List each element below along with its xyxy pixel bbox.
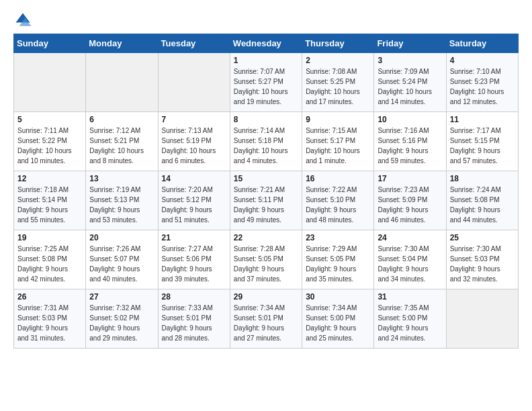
day-detail: Sunrise: 7:34 AM Sunset: 5:00 PM Dayligh…	[306, 303, 370, 343]
day-number: 28	[162, 292, 226, 302]
calendar-cell: 14Sunrise: 7:20 AM Sunset: 5:12 PM Dayli…	[158, 171, 230, 230]
day-detail: Sunrise: 7:12 AM Sunset: 5:21 PM Dayligh…	[89, 126, 154, 166]
logo	[13, 11, 35, 30]
day-number: 2	[306, 56, 370, 65]
day-number: 6	[89, 115, 154, 124]
calendar-cell	[158, 53, 230, 112]
weekday-header-thursday: Thursday	[302, 34, 374, 53]
calendar-cell: 8Sunrise: 7:14 AM Sunset: 5:18 PM Daylig…	[230, 112, 302, 171]
calendar-cell: 11Sunrise: 7:17 AM Sunset: 5:15 PM Dayli…	[446, 112, 518, 171]
day-detail: Sunrise: 7:16 AM Sunset: 5:16 PM Dayligh…	[378, 126, 442, 166]
calendar-cell: 9Sunrise: 7:15 AM Sunset: 5:17 PM Daylig…	[302, 112, 374, 171]
calendar-cell: 22Sunrise: 7:28 AM Sunset: 5:05 PM Dayli…	[230, 230, 302, 289]
day-detail: Sunrise: 7:14 AM Sunset: 5:18 PM Dayligh…	[234, 126, 298, 166]
calendar-cell: 21Sunrise: 7:27 AM Sunset: 5:06 PM Dayli…	[158, 230, 230, 289]
day-detail: Sunrise: 7:20 AM Sunset: 5:12 PM Dayligh…	[162, 185, 226, 225]
weekday-header-tuesday: Tuesday	[158, 34, 230, 53]
weekday-header-saturday: Saturday	[446, 34, 518, 53]
day-number: 30	[306, 292, 370, 302]
day-detail: Sunrise: 7:33 AM Sunset: 5:01 PM Dayligh…	[162, 303, 226, 343]
day-detail: Sunrise: 7:30 AM Sunset: 5:04 PM Dayligh…	[378, 244, 442, 284]
calendar-cell: 30Sunrise: 7:34 AM Sunset: 5:00 PM Dayli…	[302, 289, 374, 349]
calendar-cell: 1Sunrise: 7:07 AM Sunset: 5:27 PM Daylig…	[230, 53, 302, 112]
calendar-cell: 13Sunrise: 7:19 AM Sunset: 5:13 PM Dayli…	[86, 171, 158, 230]
calendar-cell: 5Sunrise: 7:11 AM Sunset: 5:22 PM Daylig…	[14, 112, 86, 171]
day-number: 20	[89, 233, 154, 242]
day-detail: Sunrise: 7:10 AM Sunset: 5:23 PM Dayligh…	[450, 66, 515, 107]
day-detail: Sunrise: 7:34 AM Sunset: 5:01 PM Dayligh…	[234, 303, 298, 343]
week-row-2: 5Sunrise: 7:11 AM Sunset: 5:22 PM Daylig…	[14, 112, 519, 171]
day-detail: Sunrise: 7:31 AM Sunset: 5:03 PM Dayligh…	[17, 303, 82, 343]
calendar-cell: 7Sunrise: 7:13 AM Sunset: 5:19 PM Daylig…	[158, 112, 230, 171]
calendar-cell	[446, 289, 518, 349]
calendar-cell: 12Sunrise: 7:18 AM Sunset: 5:14 PM Dayli…	[14, 171, 86, 230]
day-detail: Sunrise: 7:27 AM Sunset: 5:06 PM Dayligh…	[162, 244, 226, 284]
day-number: 22	[234, 233, 298, 242]
day-detail: Sunrise: 7:22 AM Sunset: 5:10 PM Dayligh…	[306, 185, 370, 225]
day-detail: Sunrise: 7:11 AM Sunset: 5:22 PM Dayligh…	[17, 126, 82, 166]
day-number: 25	[450, 233, 515, 242]
calendar-cell: 29Sunrise: 7:34 AM Sunset: 5:01 PM Dayli…	[230, 289, 302, 349]
weekday-header-sunday: Sunday	[14, 34, 86, 53]
day-detail: Sunrise: 7:18 AM Sunset: 5:14 PM Dayligh…	[17, 185, 82, 225]
weekday-header-row: SundayMondayTuesdayWednesdayThursdayFrid…	[14, 34, 519, 53]
calendar-cell: 31Sunrise: 7:35 AM Sunset: 5:00 PM Dayli…	[374, 289, 446, 349]
day-number: 14	[162, 174, 226, 183]
calendar-cell: 6Sunrise: 7:12 AM Sunset: 5:21 PM Daylig…	[86, 112, 158, 171]
page: SundayMondayTuesdayWednesdayThursdayFrid…	[0, 0, 532, 359]
calendar-cell: 23Sunrise: 7:29 AM Sunset: 5:05 PM Dayli…	[302, 230, 374, 289]
calendar-cell: 19Sunrise: 7:25 AM Sunset: 5:08 PM Dayli…	[14, 230, 86, 289]
calendar-cell: 16Sunrise: 7:22 AM Sunset: 5:10 PM Dayli…	[302, 171, 374, 230]
calendar-cell: 17Sunrise: 7:23 AM Sunset: 5:09 PM Dayli…	[374, 171, 446, 230]
day-detail: Sunrise: 7:21 AM Sunset: 5:11 PM Dayligh…	[234, 185, 298, 225]
day-number: 24	[378, 233, 442, 242]
calendar-cell	[86, 53, 158, 112]
day-detail: Sunrise: 7:17 AM Sunset: 5:15 PM Dayligh…	[450, 126, 515, 166]
day-number: 4	[450, 56, 515, 65]
calendar-table: SundayMondayTuesdayWednesdayThursdayFrid…	[13, 34, 519, 349]
day-number: 1	[234, 56, 298, 65]
calendar-cell: 4Sunrise: 7:10 AM Sunset: 5:23 PM Daylig…	[446, 53, 518, 112]
calendar-cell: 27Sunrise: 7:32 AM Sunset: 5:02 PM Dayli…	[86, 289, 158, 349]
calendar-cell: 24Sunrise: 7:30 AM Sunset: 5:04 PM Dayli…	[374, 230, 446, 289]
week-row-4: 19Sunrise: 7:25 AM Sunset: 5:08 PM Dayli…	[14, 230, 519, 289]
day-number: 15	[234, 174, 298, 183]
day-number: 8	[234, 115, 298, 124]
day-number: 12	[17, 174, 82, 183]
weekday-header-friday: Friday	[374, 34, 446, 53]
calendar-cell: 2Sunrise: 7:08 AM Sunset: 5:25 PM Daylig…	[302, 53, 374, 112]
day-number: 26	[17, 292, 82, 302]
day-number: 17	[378, 174, 442, 183]
day-number: 31	[378, 292, 442, 302]
day-detail: Sunrise: 7:15 AM Sunset: 5:17 PM Dayligh…	[306, 126, 370, 166]
day-detail: Sunrise: 7:26 AM Sunset: 5:07 PM Dayligh…	[89, 244, 154, 284]
day-number: 10	[378, 115, 442, 124]
day-detail: Sunrise: 7:30 AM Sunset: 5:03 PM Dayligh…	[450, 244, 515, 284]
calendar-cell: 25Sunrise: 7:30 AM Sunset: 5:03 PM Dayli…	[446, 230, 518, 289]
calendar-cell: 28Sunrise: 7:33 AM Sunset: 5:01 PM Dayli…	[158, 289, 230, 349]
day-number: 27	[89, 292, 154, 302]
calendar-cell: 26Sunrise: 7:31 AM Sunset: 5:03 PM Dayli…	[14, 289, 86, 349]
day-number: 21	[162, 233, 226, 242]
day-detail: Sunrise: 7:35 AM Sunset: 5:00 PM Dayligh…	[378, 303, 442, 343]
day-detail: Sunrise: 7:09 AM Sunset: 5:24 PM Dayligh…	[378, 66, 442, 107]
day-number: 9	[306, 115, 370, 124]
calendar-cell: 3Sunrise: 7:09 AM Sunset: 5:24 PM Daylig…	[374, 53, 446, 112]
day-number: 23	[306, 233, 370, 242]
day-number: 29	[234, 292, 298, 302]
calendar-cell: 10Sunrise: 7:16 AM Sunset: 5:16 PM Dayli…	[374, 112, 446, 171]
weekday-header-wednesday: Wednesday	[230, 34, 302, 53]
day-number: 11	[450, 115, 515, 124]
day-number: 13	[89, 174, 154, 183]
day-number: 7	[162, 115, 226, 124]
day-detail: Sunrise: 7:08 AM Sunset: 5:25 PM Dayligh…	[306, 66, 370, 107]
day-number: 3	[378, 56, 442, 65]
day-number: 5	[17, 115, 82, 124]
day-number: 18	[450, 174, 515, 183]
week-row-5: 26Sunrise: 7:31 AM Sunset: 5:03 PM Dayli…	[14, 289, 519, 349]
week-row-1: 1Sunrise: 7:07 AM Sunset: 5:27 PM Daylig…	[14, 53, 519, 112]
calendar-cell: 18Sunrise: 7:24 AM Sunset: 5:08 PM Dayli…	[446, 171, 518, 230]
day-detail: Sunrise: 7:25 AM Sunset: 5:08 PM Dayligh…	[17, 244, 82, 284]
week-row-3: 12Sunrise: 7:18 AM Sunset: 5:14 PM Dayli…	[14, 171, 519, 230]
calendar-cell	[14, 53, 86, 112]
